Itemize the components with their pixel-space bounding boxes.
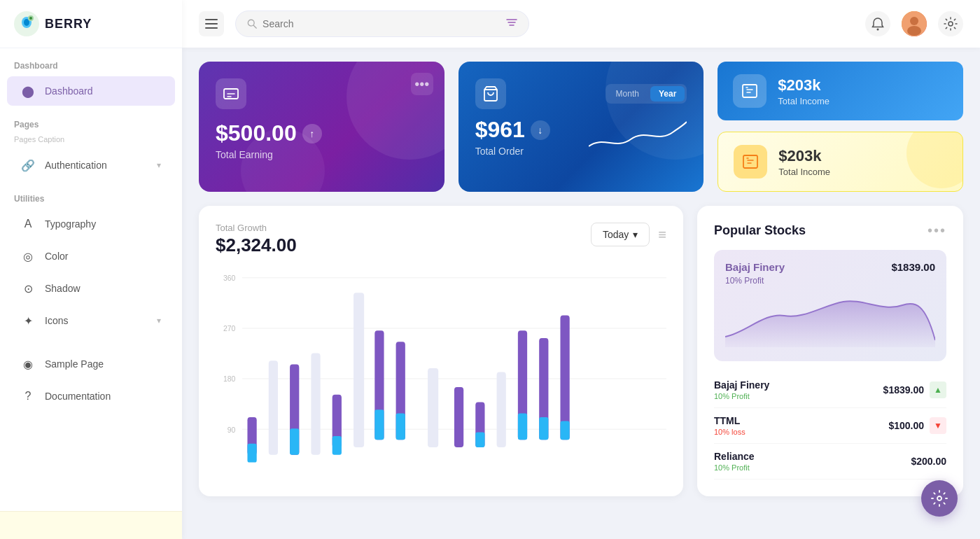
svg-rect-45 [475,433,484,448]
chart-total-value: $2,324.00 [216,234,297,256]
sidebar-pages-caption: Pages Caption [0,134,182,149]
svg-rect-42 [428,368,438,447]
income-cards: $203k Total Income $203k Total Income [718,62,963,192]
bajaj-profit: 10% Profit [725,276,935,286]
svg-rect-19 [743,85,757,97]
svg-text:90: 90 [227,425,236,434]
sidebar-item-typography[interactable]: A Typography [7,209,175,239]
toggle-year-button[interactable]: Year [650,86,685,102]
stock-info-ttml: TTML 10% loss [714,415,746,436]
content: ••• $500.00 ↑ Total Earning Month [182,48,980,539]
sample-page-icon: ◉ [21,357,35,371]
sidebar-item-shadow-label: Shadow [45,283,80,294]
sidebar-item-sample-label: Sample Page [45,358,104,370]
toggle-month-button[interactable]: Month [608,86,648,102]
menu-toggle-button[interactable] [199,11,224,36]
sidebar-item-color[interactable]: ◎ Color [7,241,175,271]
earning-label: Total Earning [216,149,428,160]
shadow-icon: ⊙ [21,281,35,295]
stocks-card: Popular Stocks ••• Bajaj Finery $1839.00… [697,206,963,496]
card-order: Month Year $961 ↓ Total Order [458,62,704,192]
svg-point-15 [910,17,918,25]
stocks-more-button[interactable]: ••• [927,223,946,239]
order-amount: $961 ↓ [475,117,550,143]
stock-row-bajaj: Bajaj Finery 10% Profit $1839.00 ▲ [714,372,946,408]
sidebar-section-pages-label: Pages [0,107,182,134]
typography-icon: A [21,217,35,231]
card-earning: ••• $500.00 ↑ Total Earning [199,62,444,192]
svg-rect-31 [269,360,278,455]
svg-point-13 [877,29,879,31]
search-bar[interactable] [235,10,529,37]
svg-rect-41 [396,414,405,440]
order-toggle: Month Year [606,84,687,104]
icons-icon: ✦ [21,314,35,328]
auth-chevron-icon: ▾ [157,160,161,170]
svg-rect-30 [247,444,256,463]
sidebar-item-sample-page[interactable]: ◉ Sample Page [7,349,175,379]
sidebar-item-icons-label: Icons [45,315,68,326]
stock-info-bajaj: Bajaj Finery 10% Profit [714,379,769,400]
chart-title-area: Total Growth $2,324.00 [216,223,297,256]
search-icon [247,18,257,29]
stock-name-ttml: TTML [714,415,746,426]
bajaj-top: Bajaj Finery $1839.00 [725,261,935,273]
svg-line-9 [253,25,256,28]
income-yellow-icon [734,145,767,178]
logo-icon [14,11,39,36]
svg-rect-20 [743,155,757,168]
stock-right-ttml: $100.00 ▼ [888,417,946,434]
earning-amount: $500.00 ↑ [216,120,428,146]
icons-chevron-icon: ▾ [157,316,161,326]
sidebar-item-dashboard[interactable]: ⬤ Dashboard [7,76,175,106]
period-chevron-icon: ▾ [633,229,638,240]
stock-change-ttml: 10% loss [714,428,746,436]
stock-change-reliance: 10% Profit [714,463,755,472]
svg-rect-37 [354,293,364,447]
stock-right-bajaj: $1839.00 ▲ [883,382,946,398]
svg-text:180: 180 [223,374,235,384]
svg-point-16 [907,26,921,36]
sidebar-item-documentation[interactable]: ? Documentation [7,382,175,411]
bottom-row: Total Growth $2,324.00 Today ▾ ≡ [199,206,963,496]
chart-area: 360 270 180 90 [216,270,666,466]
svg-text:360: 360 [223,273,235,282]
order-icon [475,78,506,109]
settings-button[interactable] [938,11,963,36]
notifications-button[interactable] [865,11,890,36]
topbar [182,0,980,48]
stock-badge-bajaj: ▲ [930,382,946,398]
sidebar-item-icons[interactable]: ✦ Icons ▾ [7,306,175,335]
chart-period-button[interactable]: Today ▾ [591,223,650,246]
stock-price-bajaj: $1839.00 [883,384,924,396]
fab-button[interactable] [921,480,958,517]
dashboard-icon: ⬤ [21,84,35,98]
sidebar-item-shadow[interactable]: ⊙ Shadow [7,274,175,303]
search-input[interactable] [262,18,500,29]
sidebar-item-authentication[interactable]: 🔗 Authentication ▾ [7,150,175,180]
stock-row-ttml: TTML 10% loss $100.00 ▼ [714,408,946,444]
logo-text: BERRY [45,17,92,31]
svg-rect-52 [560,421,569,440]
chart-menu-icon[interactable]: ≡ [658,227,666,243]
order-trend-icon: ↓ [531,120,550,140]
income-blue-icon [733,74,766,108]
chart-card: Total Growth $2,324.00 Today ▾ ≡ [199,206,683,496]
svg-rect-36 [332,436,342,455]
stock-change-bajaj: 10% Profit [714,392,769,400]
filter-icon[interactable] [506,17,517,31]
svg-rect-7 [205,27,218,29]
sidebar: BERRY Dashboard ⬤ Dashboard Pages Pages … [0,0,182,539]
avatar[interactable] [902,11,927,36]
documentation-icon: ? [21,389,35,403]
earning-icon [216,78,246,109]
income-blue-value: $203k [778,76,830,94]
order-bottom: $961 ↓ Total Order [475,115,687,157]
stock-badge-ttml: ▼ [930,417,946,434]
income-yellow-text: $203k Total Income [778,147,830,177]
card-income-blue: $203k Total Income [718,62,963,120]
chart-header: Total Growth $2,324.00 Today ▾ ≡ [216,223,666,256]
bajaj-name: Bajaj Finery [725,261,785,273]
earning-more-button[interactable]: ••• [411,73,433,95]
stock-price-reliance: $200.00 [911,456,946,467]
